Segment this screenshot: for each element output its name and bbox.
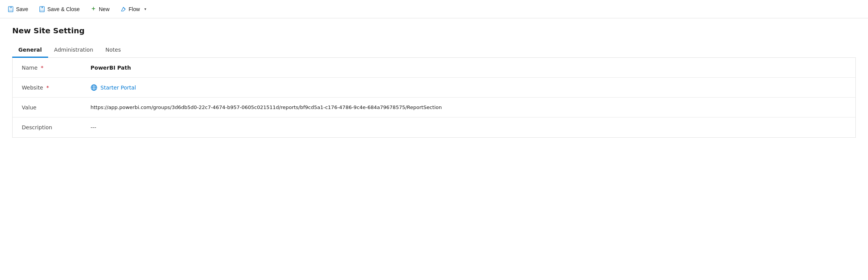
save-button[interactable]: Save [3,4,33,15]
field-website-required: * [46,85,49,91]
save-label: Save [16,6,28,12]
page-content: New Site Setting General Administration … [0,18,868,145]
svg-rect-2 [9,10,13,11]
save-close-button[interactable]: Save & Close [34,4,84,15]
field-website-value[interactable]: Starter Portal [91,84,846,91]
flow-button[interactable]: Flow ▾ [116,4,153,15]
field-value-value[interactable]: https://app.powerbi.com/groups/3d6db5d0-… [91,104,846,110]
tab-administration[interactable]: Administration [48,43,99,58]
tab-notes[interactable]: Notes [99,43,127,58]
field-value-label: Value [22,104,91,111]
save-icon [8,6,14,12]
page-title: New Site Setting [12,26,856,35]
form-section: Name * PowerBI Path Website * [12,58,856,138]
field-website-label: Website * [22,85,91,91]
field-website-link-text: Starter Portal [100,85,136,91]
new-icon: + [91,6,97,12]
field-value-row: Value https://app.powerbi.com/groups/3d6… [13,98,855,117]
svg-rect-1 [10,7,12,8]
save-close-icon [39,6,45,12]
field-website-row: Website * Starter Portal [13,78,855,98]
svg-rect-6 [40,10,44,11]
svg-rect-5 [41,7,43,8]
field-description-value[interactable]: --- [91,124,846,130]
flow-icon [120,6,126,12]
field-name-row: Name * PowerBI Path [13,58,855,78]
new-button[interactable]: + New [86,4,114,15]
tab-notes-label: Notes [105,47,121,53]
field-name-label: Name * [22,65,91,71]
tab-administration-label: Administration [54,47,93,53]
tabs: General Administration Notes [12,43,856,58]
field-name-value[interactable]: PowerBI Path [91,65,846,71]
field-name-required: * [41,65,44,71]
flow-label: Flow [129,6,140,12]
chevron-down-icon: ▾ [142,6,148,12]
tab-general-label: General [18,47,42,53]
globe-icon [91,84,97,91]
field-description-label: Description [22,124,91,130]
field-description-row: Description --- [13,117,855,137]
tab-general[interactable]: General [12,43,48,58]
new-label: New [99,6,110,12]
toolbar: Save Save & Close + New Flow ▾ [0,0,868,18]
save-close-label: Save & Close [47,6,80,12]
